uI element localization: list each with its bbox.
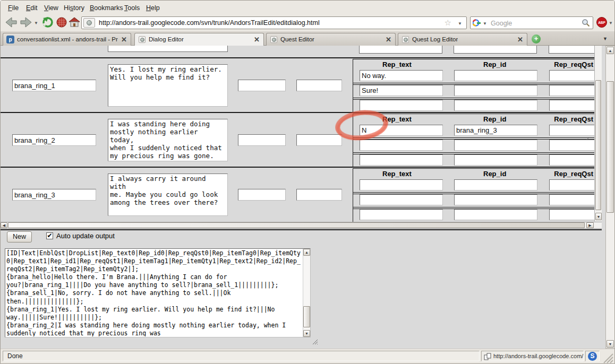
menu-help[interactable]: Help	[143, 3, 163, 13]
rep-id-input[interactable]	[454, 70, 537, 81]
rep-text-input[interactable]	[360, 85, 443, 96]
page-vscrollbar[interactable]: ▲ ▼	[605, 46, 615, 349]
dialog-row-brana-ring-2: I was standing here doing mostly nothing…	[1, 114, 605, 168]
bookmark-star-icon[interactable]: ☆	[445, 18, 451, 28]
menu-view[interactable]: View	[41, 3, 62, 13]
rep-id-input[interactable]	[454, 194, 537, 205]
dialog-text-area[interactable]: I was standing here doing mostly nothing…	[108, 119, 228, 161]
tab-close-icon[interactable]: ✕	[386, 36, 391, 44]
rep-reqqst-input[interactable]	[549, 179, 594, 190]
scroll-right-icon[interactable]: ▶	[586, 222, 594, 228]
enblqst-input[interactable]	[238, 80, 286, 91]
menu-edit[interactable]: Edit	[23, 3, 41, 13]
dialog-list-hscrollbar[interactable]: ◀ ▶	[1, 222, 602, 229]
rep-reqqst-input[interactable]	[549, 140, 594, 151]
tab-conversationlist[interactable]: p conversationlist.xml - andors-trail - …	[3, 33, 131, 46]
window-resize-grip-icon[interactable]	[602, 352, 613, 363]
rep-text-input[interactable]	[360, 154, 443, 166]
tab-dialog-editor[interactable]: Dialog Editor ✕	[134, 33, 264, 46]
rep-reqqst-input[interactable]	[549, 154, 594, 166]
new-tab-icon[interactable]: +	[532, 34, 541, 44]
dialog-list-vscrollbar[interactable]: ▼	[594, 46, 602, 221]
tab-list-dropdown-icon[interactable]: ▼	[603, 36, 608, 41]
tab-close-icon[interactable]: ✕	[254, 36, 260, 44]
dialog-text-area[interactable]: Yes. I lost my ring earlier. Will you he…	[108, 64, 228, 107]
rep-reqqst-input[interactable]	[549, 209, 594, 220]
adblock-icon[interactable]: ABP	[596, 17, 607, 28]
rep-reqqst-input[interactable]	[549, 85, 594, 96]
enblqst-input[interactable]	[238, 134, 286, 146]
rep-text-input-partial[interactable]	[359, 46, 442, 54]
rep-text-input[interactable]	[360, 209, 443, 220]
rep-reqqst-input[interactable]	[549, 70, 594, 81]
search-icon[interactable]	[582, 19, 590, 27]
back-icon[interactable]	[5, 16, 18, 28]
scroll-left-icon[interactable]: ◀	[1, 222, 7, 228]
rep-text-input[interactable]	[360, 70, 443, 81]
forward-icon[interactable]	[20, 16, 32, 28]
rep-id-input[interactable]	[454, 154, 537, 166]
droplist-input[interactable]	[296, 134, 342, 146]
output-textarea[interactable]: [ID|Text|EnblQst|DropList|Rep_text0|Rep_…	[5, 248, 311, 337]
rep-reqqst-input[interactable]	[549, 125, 594, 136]
stop-icon[interactable]	[56, 16, 67, 28]
rep-id-input-partial[interactable]	[454, 46, 537, 54]
new-button[interactable]: New	[7, 231, 32, 242]
auto-update-checkbox[interactable]: ✔	[46, 232, 53, 239]
rep-text-input[interactable]	[360, 194, 443, 205]
dialog-id-input[interactable]	[12, 189, 96, 201]
scroll-down-icon[interactable]: ▼	[303, 330, 310, 337]
scrollbar-thumb[interactable]	[607, 81, 614, 213]
menu-history[interactable]: History	[61, 3, 88, 13]
scrollbar-thumb[interactable]	[595, 80, 601, 210]
dialog-id-input[interactable]	[12, 80, 96, 91]
rep-id-input[interactable]	[454, 85, 537, 96]
scroll-up-icon[interactable]: ▲	[607, 47, 614, 54]
reload-icon[interactable]	[42, 16, 54, 28]
rep-id-input[interactable]	[454, 179, 537, 190]
output-vscrollbar[interactable]: ▲ ▼	[303, 249, 310, 337]
skype-extension[interactable]: S	[585, 351, 600, 361]
scrollbar-thumb[interactable]	[8, 222, 585, 228]
rep-reqqst-input-partial[interactable]	[549, 46, 594, 54]
search-engine-dropdown-icon[interactable]: ▼	[483, 21, 487, 26]
rep-id-input[interactable]	[454, 100, 537, 111]
rep-reqqst-input[interactable]	[549, 194, 594, 205]
tab-close-icon[interactable]: ✕	[517, 36, 523, 44]
search-input[interactable]: Google	[491, 20, 512, 27]
url-bar[interactable]: http://andors-trail.googlecode.com/svn/t…	[81, 16, 467, 29]
tab-quest-editor[interactable]: Quest Editor ✕	[266, 33, 396, 46]
scroll-down-icon[interactable]: ▼	[595, 213, 602, 220]
tab-quest-log-editor[interactable]: Quest Log Editor ✕	[398, 33, 527, 46]
scroll-up-icon[interactable]: ▲	[303, 249, 310, 256]
menu-file[interactable]: File	[5, 3, 22, 13]
dialog-text-area-partial[interactable]	[108, 46, 228, 52]
rep-text-input[interactable]	[360, 125, 443, 136]
url-text[interactable]: http://andors-trail.googlecode.com/svn/t…	[99, 19, 320, 27]
rep-text-input[interactable]	[360, 179, 443, 190]
rep-id-input[interactable]	[454, 209, 537, 220]
adblock-dropdown-icon[interactable]: ▼	[609, 21, 613, 25]
history-dropdown-icon[interactable]: ▼	[34, 21, 38, 25]
dialog-text-area[interactable]: I always carry it around with me. Maybe …	[108, 174, 228, 216]
droplist-input[interactable]	[296, 80, 342, 91]
enblqst-input[interactable]	[238, 189, 286, 201]
scroll-down-icon[interactable]: ▼	[607, 340, 614, 348]
home-icon[interactable]	[69, 16, 80, 28]
droplist-input[interactable]	[296, 189, 342, 201]
url-dropdown-icon[interactable]: ▼	[458, 21, 462, 26]
rep-text-input[interactable]	[360, 100, 443, 111]
tab-close-icon[interactable]: ✕	[121, 36, 127, 44]
rep-id-input[interactable]	[454, 140, 537, 151]
search-box[interactable]: ▼ Google	[470, 16, 593, 29]
page-favicon[interactable]	[83, 18, 95, 28]
textarea-resize-grip-icon[interactable]	[312, 339, 318, 345]
dialog-id-input[interactable]	[12, 134, 96, 146]
rep-text-input[interactable]	[360, 140, 443, 151]
google-logo-icon[interactable]	[473, 19, 481, 27]
menu-tools[interactable]: Tools	[121, 3, 143, 13]
menu-bookmarks[interactable]: Bookmarks	[87, 3, 126, 13]
scrollbar-thumb[interactable]	[303, 306, 310, 327]
rep-reqqst-input[interactable]	[549, 100, 594, 111]
rep-id-input[interactable]	[454, 125, 537, 136]
